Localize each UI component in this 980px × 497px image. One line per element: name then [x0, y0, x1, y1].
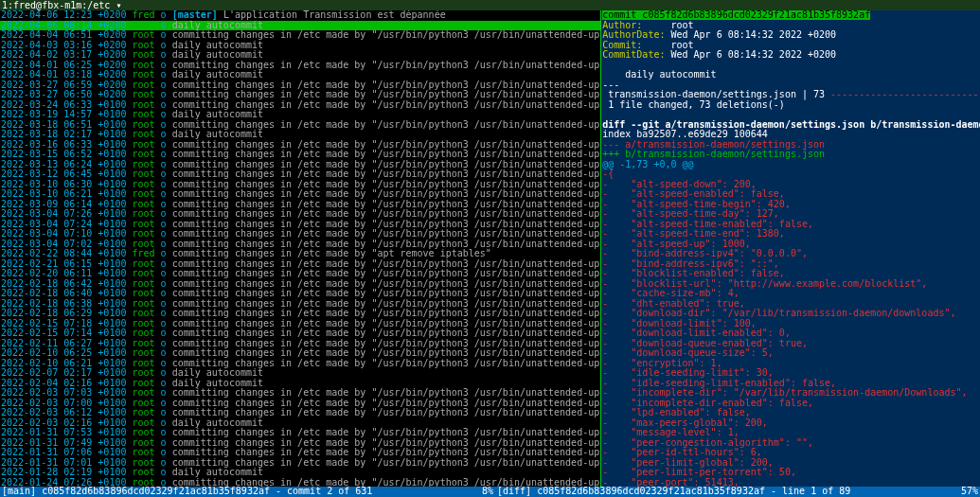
commit-row[interactable]: 2022-03-16 06:33 +0100 root o committing…: [0, 140, 600, 151]
status-left-text: [main] c085f82d6b83896dcd02329f21ac81b35…: [2, 487, 372, 497]
diff-line: ---: [601, 80, 980, 91]
commit-row[interactable]: 2022-01-31 07:06 +0100 root o committing…: [0, 448, 600, 458]
commit-row[interactable]: 2022-03-13 06:24 +0100 root o committing…: [0, 160, 600, 170]
commit-title: commit c085f82d6b83896dcd02329f21ac81b35…: [601, 10, 980, 21]
diff-removed-line: - "incomplete-dir": "/var/lib/transmissi…: [601, 388, 980, 399]
diff-removed-line: - "blocklist-url": "http://www.example.c…: [601, 279, 980, 290]
commit-row[interactable]: 2022-02-07 02:17 +0100 root o daily auto…: [0, 368, 600, 379]
commit-row[interactable]: 2022-03-10 06:30 +0100 root o committing…: [0, 180, 600, 190]
commit-row[interactable]: 2022-02-15 07:14 +0100 root o committing…: [0, 328, 600, 339]
status-right-text: [diff] c085f82d6b83896dcd02329f21ac81b35…: [497, 487, 850, 497]
diff-removed-line: - "alt-speed-enabled": false,: [601, 189, 980, 200]
commit-row[interactable]: 2022-01-31 07:01 +0100 root o committing…: [0, 458, 600, 469]
diff-removed-line: - "bind-address-ipv6": "::",: [601, 259, 980, 270]
commit-row[interactable]: 2022-02-22 08:44 +0100 fred o committing…: [0, 249, 600, 259]
diff-index: index ba92507..e69de29 100644: [601, 130, 980, 140]
commit-row[interactable]: 2022-02-11 06:27 +0100 root o committing…: [0, 339, 600, 349]
diff-removed-line: - "idle-seeding-limit-enabled": false,: [601, 379, 980, 389]
commit-row[interactable]: 2022-02-03 07:00 +0100 root o committing…: [0, 399, 600, 409]
commit-commit: Commit: root: [601, 41, 980, 51]
commit-row[interactable]: 2022-03-10 06:21 +0100 root o committing…: [0, 189, 600, 200]
commit-row[interactable]: 2022-02-20 06:11 +0100 root o committing…: [0, 269, 600, 279]
diff-removed-line: - "download-dir": "/var/lib/transmission…: [601, 309, 980, 319]
commit-row[interactable]: 2022-02-03 06:12 +0100 root o committing…: [0, 408, 600, 418]
diff-removed-line: - "alt-speed-time-end": 1380,: [601, 229, 980, 240]
diff-line: [601, 61, 980, 71]
diff-removed-line: - "dht-enabled": true,: [601, 299, 980, 310]
commit-row[interactable]: 2022-03-24 06:33 +0100 root o committing…: [0, 100, 600, 111]
status-left-pct: 8%: [482, 487, 493, 497]
diff-removed-line: - "max-peers-global": 200,: [601, 418, 980, 429]
commit-row[interactable]: 2022-04-03 03:16 +0200 root o daily auto…: [0, 41, 600, 51]
commit-row[interactable]: 2022-02-18 06:29 +0100 root o committing…: [0, 309, 600, 319]
commit-message: daily autocommit: [601, 70, 980, 80]
commit-row[interactable]: 2022-03-27 06:59 +0200 root o committing…: [0, 80, 600, 91]
commit-row[interactable]: 2022-02-10 06:25 +0100 root o committing…: [0, 348, 600, 359]
diff-removed-line: - "peer-id-ttl-hours": 6,: [601, 448, 980, 458]
diff-git: diff --git a/transmission-daemon/setting…: [601, 120, 980, 131]
diff-removed-line: - "download-limit-enabled": 0,: [601, 328, 980, 339]
diff-removed-line: - "message-level": 1,: [601, 428, 980, 438]
commit-row[interactable]: 2022-02-18 06:42 +0100 root o committing…: [0, 279, 600, 290]
commit-row[interactable]: 2022-04-04 06:51 +0200 root o committing…: [0, 30, 600, 41]
commit-row[interactable]: 2022-03-18 06:51 +0100 root o committing…: [0, 120, 600, 131]
window-title: 1:fred@fbx-m1m:/etc ▾: [0, 0, 980, 10]
diff-removed-line: - "peer-limit-per-torrent": 50,: [601, 468, 980, 478]
diff-removed-line: - "alt-speed-time-begin": 420,: [601, 200, 980, 210]
commit-row[interactable]: 2022-03-27 06:50 +0200 root o committing…: [0, 90, 600, 100]
commit-row[interactable]: 2022-02-04 02:16 +0100 root o daily auto…: [0, 379, 600, 389]
commit-authordate: AuthorDate: Wed Apr 6 08:14:32 2022 +020…: [601, 30, 980, 41]
diff-removed-line: - "bind-address-ipv4": "0.0.0.0",: [601, 249, 980, 259]
diff-pane[interactable]: commit c085f82d6b83896dcd02329f21ac81b35…: [601, 10, 980, 487]
commit-row[interactable]: 2022-03-09 06:14 +0100 root o committing…: [0, 200, 600, 210]
commit-row[interactable]: 2022-03-04 07:02 +0100 root o committing…: [0, 240, 600, 250]
commit-row[interactable]: 2022-03-19 14:57 +0100 root o daily auto…: [0, 110, 600, 120]
diff-hunk: @@ -1,73 +0,0 @@: [601, 160, 980, 170]
commit-log-pane[interactable]: 2022-04-06 12:23 +0200 fred o [master] L…: [0, 10, 601, 487]
commit-row[interactable]: 2022-03-12 06:45 +0100 root o committing…: [0, 169, 600, 180]
commit-row[interactable]: 2022-04-01 03:18 +0200 root o daily auto…: [0, 70, 600, 80]
diff-removed-line: - "alt-speed-time-day": 127,: [601, 209, 980, 220]
commit-row[interactable]: 2022-02-03 07:03 +0100 root o committing…: [0, 388, 600, 399]
commit-row[interactable]: 2022-02-18 06:40 +0100 root o committing…: [0, 289, 600, 299]
commit-row[interactable]: 2022-02-21 06:15 +0100 root o committing…: [0, 259, 600, 270]
diff-minus-file: --- a/transmission-daemon/settings.json: [601, 140, 980, 151]
status-right-pct: 57%: [961, 487, 978, 497]
commit-row[interactable]: 2022-04-01 06:25 +0200 root o committing…: [0, 61, 600, 71]
commit-row[interactable]: 2022-03-04 07:26 +0100 root o committing…: [0, 209, 600, 220]
commit-row[interactable]: 2022-03-15 06:52 +0100 root o committing…: [0, 150, 600, 160]
diff-summary: 1 file changed, 73 deletions(-): [601, 100, 980, 111]
diff-removed-line: - "download-queue-enabled": true,: [601, 339, 980, 349]
commit-row[interactable]: 2022-02-10 06:21 +0100 root o committing…: [0, 359, 600, 369]
commit-commitdate: CommitDate: Wed Apr 6 08:14:32 2022 +020…: [601, 50, 980, 61]
diff-removed-line: - "download-limit": 100,: [601, 319, 980, 329]
diff-stat: transmission-daemon/settings.json | 73 -…: [601, 90, 980, 100]
diff-removed-line: - "encryption": 1,: [601, 359, 980, 369]
commit-row[interactable]: 2022-02-18 06:38 +0100 root o committing…: [0, 299, 600, 310]
diff-removed-line: - "alt-speed-time-enabled": false,: [601, 220, 980, 230]
commit-row[interactable]: 2022-03-04 07:24 +0100 root o committing…: [0, 220, 600, 230]
commit-author: Author: root: [601, 21, 980, 31]
diff-removed-line: - "incomplete-dir-enabled": false,: [601, 399, 980, 409]
status-bar: [main] c085f82d6b83896dcd02329f21ac81b35…: [0, 487, 980, 497]
commit-row[interactable]: 2022-04-02 03:17 +0200 root o daily auto…: [0, 50, 600, 61]
commit-row[interactable]: 2022-02-03 02:16 +0100 root o daily auto…: [0, 418, 600, 429]
diff-removed-line: -{: [601, 169, 980, 180]
commit-row[interactable]: 2022-01-31 07:49 +0100 root o committing…: [0, 438, 600, 449]
commit-row[interactable]: 2022-01-31 07:53 +0100 root o committing…: [0, 428, 600, 438]
diff-removed-line: - "peer-limit-global": 200,: [601, 458, 980, 469]
diff-removed-line: - "blocklist-enabled": false,: [601, 269, 980, 279]
diff-removed-line: - "lpd-enabled": false,: [601, 408, 980, 418]
commit-row[interactable]: 2022-01-28 02:19 +0100 root o daily auto…: [0, 468, 600, 478]
diff-removed-line: - "cache-size-mb": 4,: [601, 289, 980, 299]
diff-removed-line: - "peer-congestion-algorithm": "",: [601, 438, 980, 449]
commit-row[interactable]: 2022-04-06 08:14 +0200 root o daily auto…: [0, 21, 600, 31]
commit-row[interactable]: 2022-02-15 07:18 +0100 root o committing…: [0, 319, 600, 329]
diff-removed-line: - "idle-seeding-limit": 30,: [601, 368, 980, 379]
commit-row[interactable]: 2022-04-06 12:23 +0200 fred o [master] L…: [0, 10, 600, 21]
commit-row[interactable]: 2022-03-18 02:17 +0100 root o daily auto…: [0, 130, 600, 140]
commit-row[interactable]: 2022-03-04 07:10 +0100 root o committing…: [0, 229, 600, 240]
diff-removed-line: - "download-queue-size": 5,: [601, 348, 980, 359]
diff-plus-file: +++ b/transmission-daemon/settings.json: [601, 150, 980, 160]
diff-line: [601, 110, 980, 120]
